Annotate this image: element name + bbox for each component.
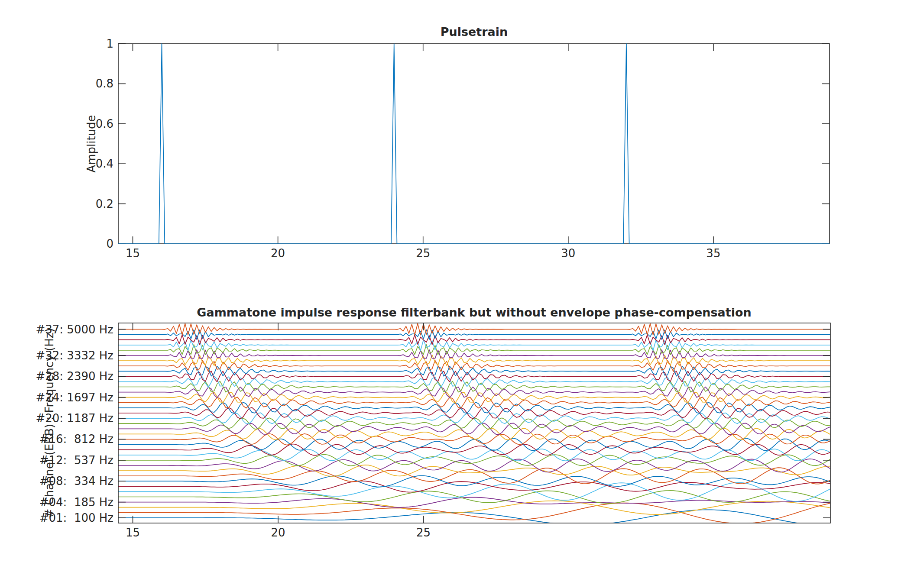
x-tick-label: 15 (126, 526, 140, 539)
y-tick-label: #28: 2390 Hz (36, 370, 113, 383)
channel-line (118, 392, 830, 403)
channel-line (118, 418, 830, 429)
channel-line (118, 330, 830, 339)
x-tick-label: 20 (271, 526, 285, 539)
figure-canvas: Pulsetrain Amplitude Gammatone impulse r… (0, 0, 917, 588)
y-tick-label: #08: 334 Hz (39, 475, 113, 488)
channel-line (118, 482, 830, 501)
channel-line (118, 350, 830, 359)
channel-lines (118, 323, 830, 525)
channel-line (118, 387, 830, 398)
y-tick-label: #20: 1187 Hz (36, 412, 113, 425)
y-tick-label: #01: 100 Hz (39, 511, 113, 524)
channel-line (118, 438, 830, 450)
channel-line (118, 465, 830, 476)
y-tick-label: #12: 537 Hz (39, 454, 113, 467)
y-tick-label: #32: 3332 Hz (36, 349, 113, 362)
channel-line (118, 413, 830, 423)
x-tick-label: 25 (416, 526, 431, 539)
y-tick-label: #16: 812 Hz (39, 433, 113, 446)
channel-line (118, 376, 830, 388)
y-tick-label: #37: 5000 Hz (36, 323, 113, 336)
y-tick-label: #24: 1697 Hz (36, 391, 113, 404)
filterbank-chart: 152025#01: 100 Hz#04: 185 Hz#08: 334 Hz#… (0, 0, 917, 588)
channel-line (118, 323, 830, 335)
channel-line (118, 423, 830, 434)
channel-line (118, 335, 830, 345)
y-tick-label: #04: 185 Hz (39, 496, 113, 509)
channel-line (118, 481, 830, 492)
